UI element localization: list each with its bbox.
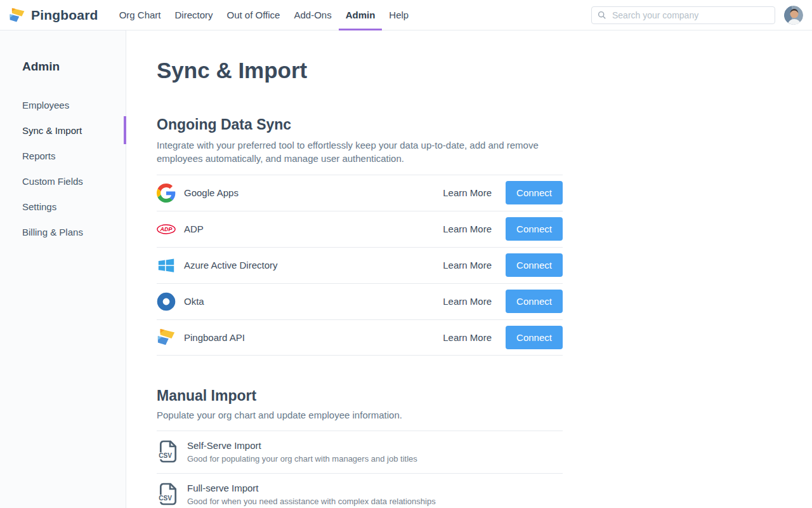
- sidebar-item-billing-plans[interactable]: Billing & Plans: [22, 219, 103, 244]
- main-content: Sync & Import Ongoing Data Sync Integrat…: [126, 30, 812, 508]
- okta-logo-icon: [157, 292, 176, 311]
- pingboard-logo-icon: [9, 7, 25, 23]
- sidebar-item-sync-import[interactable]: Sync & Import: [22, 117, 103, 143]
- integration-row-pingboard-api: Pingboard API Learn More Connect: [157, 319, 563, 356]
- learn-more-link-okta[interactable]: Learn More: [443, 296, 492, 307]
- integration-row-azure: Azure Active Directory Learn More Connec…: [157, 247, 563, 283]
- manual-item-subtitle: Good for when you need assistance with c…: [187, 497, 436, 506]
- integration-name: Pingboard API: [184, 332, 245, 343]
- sync-section-heading: Ongoing Data Sync: [157, 116, 812, 133]
- csv-file-icon: CSV: [158, 440, 178, 463]
- top-navbar: Pingboard Org Chart Directory Out of Off…: [0, 0, 812, 30]
- svg-text:CSV: CSV: [159, 452, 172, 459]
- connect-button-pingboard-api[interactable]: Connect: [506, 326, 563, 349]
- sidebar-title: Admin: [22, 60, 126, 74]
- connect-button-okta[interactable]: Connect: [506, 290, 563, 313]
- manual-import-section: Manual Import Populate your org chart an…: [157, 387, 563, 508]
- header-right: [591, 6, 803, 25]
- page-title: Sync & Import: [157, 58, 812, 83]
- sidebar-item-reports[interactable]: Reports: [22, 143, 103, 168]
- ongoing-data-sync-section: Ongoing Data Sync Integrate with your pr…: [157, 116, 812, 356]
- integration-row-okta: Okta Learn More Connect: [157, 283, 563, 319]
- primary-nav: Org Chart Directory Out of Office Add-On…: [112, 0, 416, 30]
- learn-more-link-pingboard-api[interactable]: Learn More: [443, 332, 492, 343]
- nav-org-chart[interactable]: Org Chart: [112, 0, 168, 30]
- nav-add-ons[interactable]: Add-Ons: [287, 0, 338, 30]
- full-serve-import-item[interactable]: CSV Full-serve Import Good for when you …: [157, 474, 563, 508]
- learn-more-link-adp[interactable]: Learn More: [443, 224, 492, 234]
- google-logo-icon: [157, 184, 176, 203]
- integration-name: Azure Active Directory: [184, 260, 278, 271]
- nav-help[interactable]: Help: [382, 0, 416, 30]
- pingboard-logo[interactable]: Pingboard: [9, 7, 98, 23]
- integration-name: ADP: [184, 224, 204, 234]
- manual-section-description: Populate your org chart and update emplo…: [157, 408, 563, 422]
- company-search[interactable]: [591, 6, 775, 24]
- connect-button-adp[interactable]: Connect: [506, 217, 563, 241]
- svg-text:CSV: CSV: [159, 495, 172, 502]
- sync-section-description: Integrate with your preferred tool to ef…: [157, 138, 563, 165]
- search-input[interactable]: [611, 10, 769, 21]
- sidebar-item-employees[interactable]: Employees: [22, 92, 103, 117]
- svg-text:ADP: ADP: [160, 226, 173, 232]
- user-avatar[interactable]: [784, 6, 803, 25]
- manual-item-title: Self-Serve Import: [187, 440, 417, 451]
- integration-row-adp: ADP ADP Learn More Connect: [157, 211, 563, 247]
- nav-out-of-office[interactable]: Out of Office: [220, 0, 287, 30]
- learn-more-link-azure[interactable]: Learn More: [443, 260, 492, 271]
- csv-file-icon: CSV: [158, 483, 178, 505]
- admin-sidebar: Admin Employees Sync & Import Reports Cu…: [0, 30, 126, 508]
- sidebar-item-settings[interactable]: Settings: [22, 194, 103, 219]
- integration-list: Google Apps Learn More Connect ADP ADP L…: [157, 175, 563, 356]
- connect-button-google[interactable]: Connect: [506, 181, 563, 204]
- integration-row-google-apps: Google Apps Learn More Connect: [157, 175, 563, 211]
- azure-windows-logo-icon: [157, 256, 176, 275]
- sidebar-item-custom-fields[interactable]: Custom Fields: [22, 168, 103, 194]
- manual-section-heading: Manual Import: [157, 387, 563, 404]
- learn-more-link-google[interactable]: Learn More: [443, 187, 492, 198]
- self-serve-import-item[interactable]: CSV Self-Serve Import Good for populatin…: [157, 431, 563, 474]
- connect-button-azure[interactable]: Connect: [506, 253, 563, 277]
- adp-logo-icon: ADP: [157, 220, 176, 239]
- manual-item-title: Full-serve Import: [187, 483, 436, 493]
- search-icon: [598, 11, 606, 20]
- nav-admin[interactable]: Admin: [339, 0, 383, 30]
- integration-name: Okta: [184, 296, 204, 307]
- integration-name: Google Apps: [184, 187, 239, 198]
- pingboard-api-logo-icon: [157, 328, 176, 347]
- brand-name: Pingboard: [31, 8, 98, 23]
- manual-item-subtitle: Good for populating your org chart with …: [187, 454, 417, 464]
- nav-directory[interactable]: Directory: [168, 0, 220, 30]
